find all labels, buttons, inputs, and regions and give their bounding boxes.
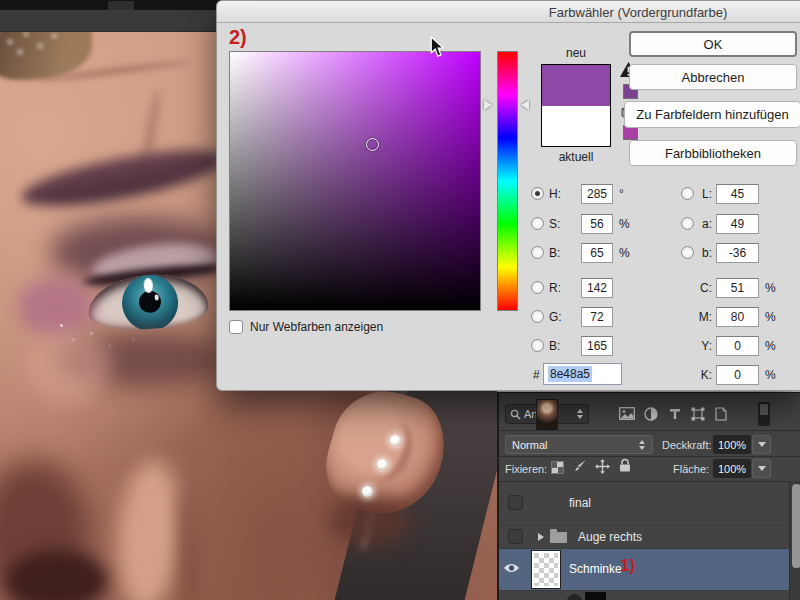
- visibility-toggle-final[interactable]: [508, 495, 523, 510]
- dialog-title-bar[interactable]: Farbwähler (Vordergrundfarbe): [217, 1, 800, 23]
- layer-filtering-toggle[interactable]: [758, 402, 770, 426]
- lock-label: Fixieren:: [505, 463, 547, 475]
- earring: [377, 459, 388, 470]
- ok-button[interactable]: OK: [629, 31, 797, 57]
- earring: [390, 435, 401, 446]
- new-color-swatch: [542, 65, 610, 106]
- m-field[interactable]: 80: [716, 307, 759, 327]
- iris: [120, 273, 180, 333]
- eyebrow: [18, 139, 228, 218]
- new-color-label: neu: [541, 46, 611, 60]
- filter-adjustment-layers-icon[interactable]: [644, 407, 658, 423]
- r-field[interactable]: 142: [581, 278, 613, 298]
- blend-mode-select[interactable]: Normal: [505, 435, 653, 454]
- radio-s[interactable]: [531, 217, 544, 230]
- filter-pixel-layers-icon[interactable]: [619, 407, 635, 422]
- b-blue-field[interactable]: 165: [581, 336, 613, 356]
- layer-name-schminke[interactable]: Schminke: [569, 562, 622, 576]
- new-current-swatch: [541, 64, 611, 147]
- lock-position-move-icon[interactable]: [595, 459, 610, 476]
- folder-icon: [550, 532, 567, 543]
- y-field[interactable]: 0: [716, 336, 759, 356]
- current-color-label: aktuell: [541, 150, 611, 164]
- layer-row-selected[interactable]: Schminke 1): [499, 549, 790, 590]
- hue-slider-arrow-left-icon[interactable]: [484, 100, 492, 110]
- lock-paint-brush-icon[interactable]: [572, 459, 587, 476]
- s-field[interactable]: 56: [581, 214, 613, 234]
- color-picker-dialog: Farbwähler (Vordergrundfarbe) 2) neu akt…: [216, 0, 800, 391]
- filter-smart-objects-icon[interactable]: [715, 407, 727, 423]
- layer-thumbnail-final[interactable]: [536, 399, 558, 430]
- hex-prefix-label: #: [533, 368, 540, 382]
- radio-b-brightness[interactable]: [531, 246, 544, 259]
- layers-panel: Art Normal Deckkraft: 100% Fixieren: Flä…: [497, 392, 800, 600]
- radio-g[interactable]: [531, 310, 544, 323]
- partial-layer-mask-thumbnail: [585, 592, 606, 600]
- opacity-label: Deckkraft:: [662, 439, 712, 451]
- lock-all-icon[interactable]: [619, 458, 631, 475]
- annotation-2: 2): [229, 26, 247, 49]
- partial-layer-icon: [567, 594, 582, 600]
- fill-label: Fläche:: [673, 463, 709, 475]
- saturation-brightness-field[interactable]: [229, 51, 481, 311]
- fill-value[interactable]: 100%: [713, 459, 751, 478]
- b-lab-field[interactable]: -36: [716, 243, 759, 263]
- search-icon: [510, 409, 521, 420]
- radio-h[interactable]: [531, 187, 544, 200]
- document-tab[interactable]: [108, 1, 134, 10]
- visibility-toggle-group[interactable]: [508, 529, 523, 544]
- g-field[interactable]: 72: [581, 307, 613, 327]
- dropdown-arrows-icon: [577, 409, 584, 420]
- layer-thumbnail-transparent[interactable]: [532, 551, 560, 588]
- h-field[interactable]: 285: [581, 184, 613, 204]
- pupil: [138, 290, 161, 313]
- hex-field[interactable]: 8e48a5: [543, 363, 622, 385]
- b-brightness-field[interactable]: 65: [581, 243, 613, 263]
- add-to-swatches-button[interactable]: Zu Farbfeldern hinzufügen: [624, 101, 800, 128]
- nose: [113, 458, 185, 600]
- filter-shape-layers-icon[interactable]: [691, 407, 705, 423]
- current-color-swatch[interactable]: [542, 106, 610, 147]
- radio-a[interactable]: [681, 217, 694, 230]
- layers-scrollbar-thumb[interactable]: [792, 484, 800, 568]
- hue-slider-arrow-right-icon[interactable]: [521, 100, 529, 110]
- radio-l[interactable]: [681, 187, 694, 200]
- hex-selected-text: 8e48a5: [548, 366, 592, 382]
- opacity-dropdown-button[interactable]: [752, 435, 771, 454]
- radio-b-blue[interactable]: [531, 339, 544, 352]
- layers-scrollbar-track[interactable]: [789, 481, 800, 600]
- earring: [362, 486, 373, 497]
- group-expand-triangle-icon[interactable]: [538, 533, 544, 541]
- web-colors-checkbox-label: Nur Webfarben anzeigen: [250, 320, 383, 334]
- k-field[interactable]: 0: [716, 365, 759, 385]
- layer-name-final[interactable]: final: [569, 496, 591, 510]
- web-colors-checkbox[interactable]: [229, 320, 243, 334]
- a-field[interactable]: 49: [716, 214, 759, 234]
- dialog-title: Farbwähler (Vordergrundfarbe): [549, 5, 727, 20]
- fill-dropdown-button[interactable]: [752, 459, 771, 478]
- mouse-cursor: [430, 36, 444, 62]
- c-field[interactable]: 51: [716, 278, 759, 298]
- cancel-button[interactable]: Abbrechen: [629, 64, 797, 90]
- dropdown-arrows-icon: [639, 439, 646, 450]
- color-field-marker[interactable]: [366, 138, 379, 151]
- filter-type-layers-icon[interactable]: [669, 408, 681, 422]
- radio-b-lab[interactable]: [681, 246, 694, 259]
- lock-transparency-icon[interactable]: [551, 461, 564, 474]
- hue-slider[interactable]: [497, 51, 518, 311]
- eye-visibility-icon[interactable]: [503, 562, 520, 576]
- l-field[interactable]: 45: [716, 184, 759, 204]
- radio-r[interactable]: [531, 281, 544, 294]
- opacity-value[interactable]: 100%: [713, 435, 751, 454]
- layer-name-group[interactable]: Auge rechts: [578, 530, 642, 544]
- color-libraries-button[interactable]: Farbbibliotheken: [629, 140, 797, 166]
- annotation-1: 1): [620, 556, 635, 576]
